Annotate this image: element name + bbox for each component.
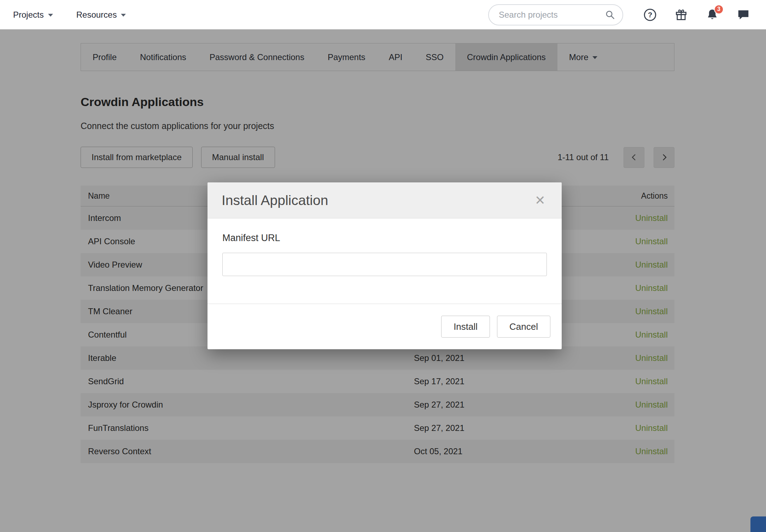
modal-header: Install Application ✕	[207, 182, 562, 218]
install-button[interactable]: Install	[441, 316, 490, 338]
search-icon	[605, 10, 615, 20]
manifest-url-input[interactable]	[222, 253, 547, 276]
svg-text:?: ?	[648, 11, 653, 19]
chevron-down-icon	[48, 14, 53, 17]
messages-button[interactable]	[736, 8, 750, 22]
modal-body: Manifest URL	[207, 218, 562, 304]
manifest-url-label: Manifest URL	[222, 233, 547, 244]
top-navbar: Projects Resources ?	[0, 0, 766, 29]
help-button[interactable]: ?	[643, 8, 657, 22]
modal-title: Install Application	[222, 193, 328, 208]
help-icon: ?	[643, 8, 657, 22]
notification-badge: 3	[714, 5, 724, 14]
close-icon[interactable]: ✕	[533, 192, 548, 209]
resources-menu-label: Resources	[76, 10, 117, 20]
notifications-button[interactable]: 3	[705, 8, 719, 22]
gift-button[interactable]	[674, 8, 688, 22]
cancel-button[interactable]: Cancel	[497, 316, 550, 338]
chevron-down-icon	[121, 14, 126, 17]
projects-menu[interactable]: Projects	[13, 10, 53, 20]
chat-icon	[737, 8, 750, 22]
resources-menu[interactable]: Resources	[76, 10, 126, 20]
gift-icon	[674, 8, 688, 22]
navbar-icons: ? 3	[643, 8, 750, 22]
search-input[interactable]	[498, 10, 605, 20]
install-application-modal: Install Application ✕ Manifest URL Insta…	[207, 182, 562, 349]
modal-footer: Install Cancel	[207, 304, 562, 349]
projects-menu-label: Projects	[13, 10, 44, 20]
search-box[interactable]	[488, 4, 623, 25]
